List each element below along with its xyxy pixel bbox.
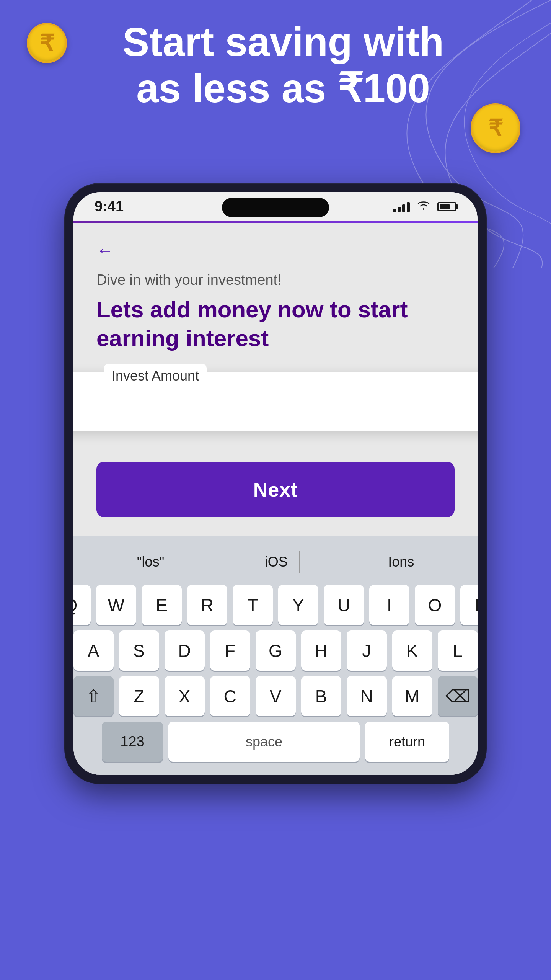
phone-body: 9:41 — [65, 184, 486, 783]
keyboard-row-3: ⇧ Z X C V B N M ⌫ — [79, 676, 472, 716]
next-button[interactable]: Next — [96, 462, 455, 517]
headline: Start saving with as less as ₹100 — [0, 19, 551, 112]
key-shift[interactable]: ⇧ — [73, 676, 114, 716]
key-h[interactable]: H — [301, 630, 341, 671]
key-f[interactable]: F — [210, 630, 250, 671]
key-p[interactable]: P — [460, 585, 478, 625]
suggestion-1[interactable]: iOS — [253, 551, 300, 573]
battery-fill — [440, 204, 450, 209]
headline-line2: as less as ₹100 — [77, 65, 490, 112]
signal-bar-2 — [398, 207, 401, 212]
key-e[interactable]: E — [142, 585, 182, 625]
battery-icon — [437, 202, 456, 211]
suggestion-2[interactable]: Ions — [377, 551, 425, 573]
app-subtitle: Dive in with your investment! — [96, 272, 455, 288]
input-label: Invest Amount — [104, 364, 207, 388]
key-l[interactable]: L — [438, 630, 478, 671]
key-j[interactable]: J — [347, 630, 387, 671]
key-b[interactable]: B — [301, 676, 341, 716]
dynamic-island — [222, 198, 329, 217]
status-time: 9:41 — [95, 198, 124, 215]
coin-symbol-right: ₹ — [488, 115, 503, 142]
key-t[interactable]: T — [233, 585, 273, 625]
keyboard-row-2: A S D F G H J K L — [79, 630, 472, 671]
key-space[interactable]: space — [168, 722, 360, 762]
key-i[interactable]: I — [369, 585, 409, 625]
phone-mockup: 9:41 — [65, 184, 486, 783]
status-icons — [393, 200, 456, 213]
key-q[interactable]: Q — [73, 585, 91, 625]
key-a[interactable]: A — [73, 630, 114, 671]
wifi-icon — [417, 200, 430, 213]
signal-bar-3 — [402, 204, 405, 212]
post-input-area: Next — [73, 431, 478, 536]
keyboard-suggestions: "los" iOS Ions — [79, 544, 472, 580]
phone-screen: 9:41 — [73, 192, 478, 775]
key-m[interactable]: M — [392, 676, 432, 716]
app-content: ← Dive in with your investment! Lets add… — [73, 223, 478, 431]
signal-bars — [393, 201, 410, 212]
key-z[interactable]: Z — [119, 676, 159, 716]
status-bar: 9:41 — [73, 192, 478, 221]
signal-bar-4 — [407, 202, 410, 212]
key-y[interactable]: Y — [278, 585, 318, 625]
keyboard-row-4: 123 space return — [79, 722, 472, 762]
key-c[interactable]: C — [210, 676, 250, 716]
key-r[interactable]: R — [187, 585, 227, 625]
app-main-title: Lets add money now to start earning inte… — [96, 295, 455, 353]
key-return[interactable]: return — [365, 722, 449, 762]
key-d[interactable]: D — [165, 630, 205, 671]
key-n[interactable]: N — [347, 676, 387, 716]
key-backspace[interactable]: ⌫ — [438, 676, 478, 716]
back-button[interactable]: ← — [96, 240, 455, 260]
key-u[interactable]: U — [324, 585, 364, 625]
key-g[interactable]: G — [256, 630, 296, 671]
key-k[interactable]: K — [392, 630, 432, 671]
signal-bar-1 — [393, 209, 396, 212]
suggestion-0[interactable]: "los" — [126, 551, 176, 573]
key-s[interactable]: S — [119, 630, 159, 671]
key-o[interactable]: O — [415, 585, 455, 625]
key-v[interactable]: V — [256, 676, 296, 716]
input-container: Invest Amount — [89, 372, 462, 431]
headline-line1: Start saving with — [77, 19, 490, 65]
key-numbers[interactable]: 123 — [102, 722, 163, 762]
keyboard-row-1: Q W E R T Y U I O P — [79, 585, 472, 625]
keyboard: "los" iOS Ions Q W E R T Y U I O P — [73, 536, 478, 775]
key-w[interactable]: W — [96, 585, 136, 625]
key-x[interactable]: X — [165, 676, 205, 716]
